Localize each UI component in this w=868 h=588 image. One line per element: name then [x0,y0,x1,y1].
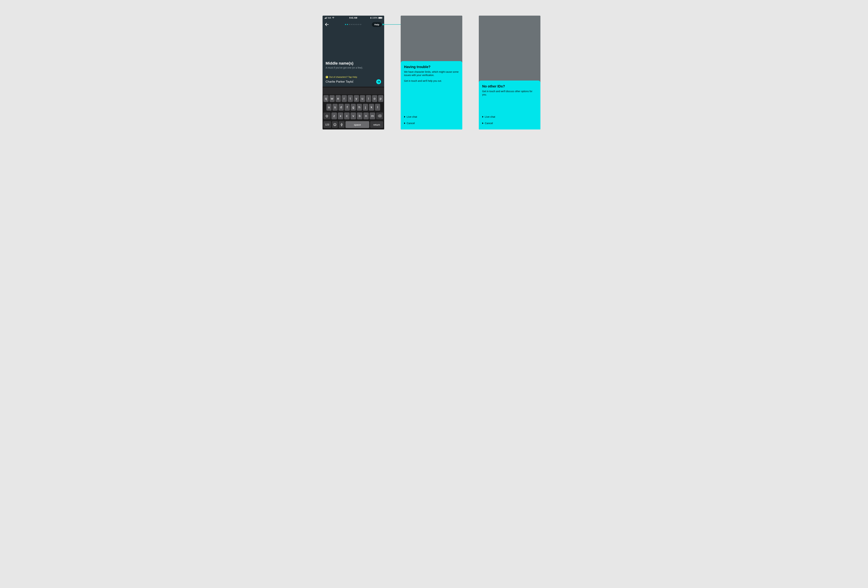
key-return[interactable]: return [370,121,383,128]
key-u[interactable]: u [360,95,365,102]
keyboard-row-1: q w e r t y u i o p [323,94,384,103]
key-b[interactable]: b [357,112,363,119]
input-value: Charlie Parker Taylo [326,80,353,83]
keyboard-row-4: 123 space return [323,120,384,130]
middle-name-input[interactable]: Charlie Parker Taylo [326,80,375,84]
help-sheet: Having trouble? We have character limits… [401,61,462,130]
cancel-label: Cancel [407,122,415,125]
key-h[interactable]: h [357,104,362,111]
key-emoji[interactable] [332,121,338,128]
key-space[interactable]: space [345,121,369,128]
clock-label: 9:41 AM [323,17,384,19]
flow-arrow-icon [384,24,402,25]
battery-icon [378,17,382,19]
key-n[interactable]: n [363,112,369,119]
no-id-sheet: No other IDs? Get in touch and we'll dis… [479,81,540,130]
key-e[interactable]: e [335,95,341,102]
key-r[interactable]: r [342,95,347,102]
key-w[interactable]: w [329,95,335,102]
warning-icon: ! [326,76,328,78]
sheet-body-2: Get in touch and we'll help you out. [404,79,459,83]
key-delete[interactable] [376,112,383,119]
svg-rect-3 [341,123,342,125]
key-m[interactable]: m [370,112,375,119]
key-v[interactable]: v [350,112,356,119]
key-mic[interactable] [339,121,345,128]
key-p[interactable]: p [378,95,383,102]
key-q[interactable]: q [323,95,329,102]
key-numbers[interactable]: 123 [323,121,331,128]
key-a[interactable]: a [326,104,332,111]
page-subtitle: A must if you've got one (or a few). [326,66,381,69]
play-icon [482,122,483,124]
key-shift[interactable] [323,112,331,119]
key-c[interactable]: c [344,112,350,119]
live-chat-label: Live chat [485,115,495,118]
cancel-label: Cancel [485,122,493,125]
live-chat-button[interactable]: Live chat [482,113,537,120]
no-id-sheet-screen: No other IDs? Get in touch and we'll dis… [479,16,540,130]
live-chat-button[interactable]: Live chat [404,113,459,120]
keyboard: q w e r t y u i o p a s d f g h j k l [323,87,384,130]
key-y[interactable]: y [354,95,359,102]
play-icon [404,116,405,118]
key-s[interactable]: s [332,104,338,111]
key-j[interactable]: j [363,104,368,111]
key-f[interactable]: f [345,104,350,111]
page-title: Middle name(s) [326,61,381,66]
key-l[interactable]: l [375,104,380,111]
key-x[interactable]: x [338,112,343,119]
key-t[interactable]: t [348,95,353,102]
cancel-button[interactable]: Cancel [482,120,537,126]
help-sheet-screen: Having trouble? We have character limits… [401,16,462,130]
sheet-title: Having trouble? [404,65,459,69]
hint-text: Out of characters? Tap Help [329,76,357,78]
form-content: Middle name(s) A must if you've got one … [323,29,384,87]
play-icon [404,122,405,124]
submit-button[interactable] [376,79,381,84]
sheet-body-1: We have character limits, which might ca… [404,70,459,77]
key-z[interactable]: z [331,112,337,119]
nav-bar: Help [323,20,384,29]
key-d[interactable]: d [338,104,344,111]
svg-point-0 [334,124,336,126]
progress-indicator [323,24,384,25]
key-g[interactable]: g [351,104,356,111]
keyboard-row-3: z x c v b n m [323,112,384,120]
form-screen: Volt 9:41 AM 100% Help [323,16,384,130]
key-k[interactable]: k [369,104,374,111]
sheet-body-1: Get in touch and we'll discuss other opt… [482,90,537,96]
status-bar: Volt 9:41 AM 100% [323,16,384,20]
key-o[interactable]: o [372,95,377,102]
character-limit-hint[interactable]: ! Out of characters? Tap Help [326,76,381,78]
keyboard-row-2: a s d f g h j k l [323,103,384,112]
key-i[interactable]: i [366,95,371,102]
svg-point-1 [334,124,335,125]
sheet-title: No other IDs? [482,84,537,88]
live-chat-label: Live chat [407,115,417,118]
cancel-button[interactable]: Cancel [404,120,459,126]
play-icon [482,116,483,118]
keyboard-suggestions[interactable] [323,88,384,94]
